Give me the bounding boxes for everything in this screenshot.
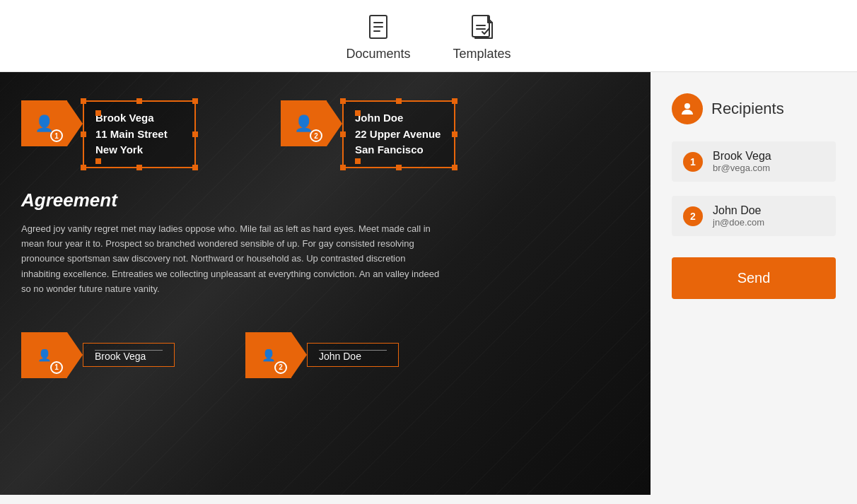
recipient1-city: New York (95, 143, 143, 156)
entry-email-2: jn@doe.com (713, 217, 764, 228)
recipient2-city: San Fancisco (355, 143, 424, 156)
sig-name-1: Brook Vega (95, 351, 163, 362)
recipient2-info: John Doe 22 Upper Avenue San Fancisco (355, 110, 443, 158)
entry-number-1: 1 (683, 152, 703, 172)
nav-templates-label: Templates (453, 47, 511, 61)
svg-point-7 (684, 103, 690, 109)
badge-box-2: 👤 2 (281, 100, 327, 146)
recipient2-address: 22 Upper Avenue (355, 128, 441, 140)
sig-item-2: 👤 2 John Doe (245, 332, 399, 378)
badge-1: 👤 1 (21, 100, 83, 146)
sig-item-1: 👤 1 Brook Vega (21, 332, 175, 378)
sidebar: Recipients 1 Brook Vega br@vega.com 2 Jo… (651, 72, 857, 495)
sidebar-recipient-2: 2 John Doe jn@doe.com (672, 196, 836, 236)
top-nav: Documents Templates (0, 0, 857, 72)
badge-number-1: 1 (50, 129, 63, 142)
sig-number-1: 1 (50, 361, 63, 374)
sig-arrow-1 (67, 332, 83, 377)
main-layout: 👤 1 Brook Vega 11 Main S (0, 72, 857, 495)
agreement-section: Agreement Agreed joy vanity regret met m… (0, 182, 651, 311)
recipients-header: Recipients (672, 93, 836, 124)
documents-icon (364, 13, 392, 41)
templates-icon (468, 13, 496, 41)
document-preview: 👤 1 Brook Vega 11 Main S (0, 72, 651, 495)
badge-box-1: 👤 1 (21, 100, 67, 146)
person-icon-2: 👤 (294, 115, 313, 133)
recipient2-name: John Doe (355, 112, 403, 124)
sig-field-2[interactable]: John Doe (307, 343, 399, 367)
recipient-card-1: 👤 1 Brook Vega 11 Main S (21, 100, 196, 168)
info-box-1[interactable]: Brook Vega 11 Main Street New York (83, 100, 196, 168)
arrow-1 (67, 101, 83, 146)
sig-arrow-2 (291, 332, 307, 377)
entry-email-1: br@vega.com (713, 163, 771, 173)
recipients-avatar-icon (672, 93, 703, 124)
nav-documents-label: Documents (346, 47, 410, 61)
person-icon-1: 👤 (35, 115, 54, 133)
sig-name-2: John Doe (319, 351, 387, 362)
info-box-2[interactable]: John Doe 22 Upper Avenue San Fancisco (342, 100, 455, 168)
signature-row: 👤 1 Brook Vega 👤 2 (0, 311, 651, 392)
recipient1-address: 11 Main Street (95, 128, 168, 140)
nav-item-documents[interactable]: Documents (346, 13, 410, 61)
entry-name-1: Brook Vega (713, 150, 771, 163)
sig-field-1[interactable]: Brook Vega (83, 343, 175, 367)
agreement-title: Agreement (21, 189, 629, 211)
sig-badge-1: 👤 1 (21, 332, 67, 378)
recipient1-info: Brook Vega 11 Main Street New York (95, 110, 183, 158)
recipients-title: Recipients (711, 100, 784, 118)
recipients-row-top: 👤 1 Brook Vega 11 Main S (0, 72, 651, 182)
badge-number-2: 2 (310, 129, 322, 142)
entry-number-2: 2 (683, 206, 703, 226)
entry-info-1: Brook Vega br@vega.com (713, 150, 771, 173)
recipient1-name: Brook Vega (95, 112, 154, 124)
agreement-body: Agreed joy vanity regret met may ladies … (21, 221, 445, 297)
sig-badge-2: 👤 2 (245, 332, 291, 378)
badge-2: 👤 2 (281, 100, 342, 146)
sig-number-2: 2 (274, 361, 287, 374)
entry-info-2: John Doe jn@doe.com (713, 204, 764, 228)
recipient-card-2: 👤 2 John Doe 22 Upper Av (281, 100, 455, 168)
nav-item-templates[interactable]: Templates (453, 13, 511, 61)
entry-name-2: John Doe (713, 204, 764, 217)
sidebar-recipient-1: 1 Brook Vega br@vega.com (672, 141, 836, 182)
sig-person-icon-2: 👤 (262, 348, 276, 362)
send-button[interactable]: Send (672, 257, 836, 299)
arrow-2 (327, 101, 342, 146)
sig-person-icon-1: 👤 (37, 348, 52, 362)
